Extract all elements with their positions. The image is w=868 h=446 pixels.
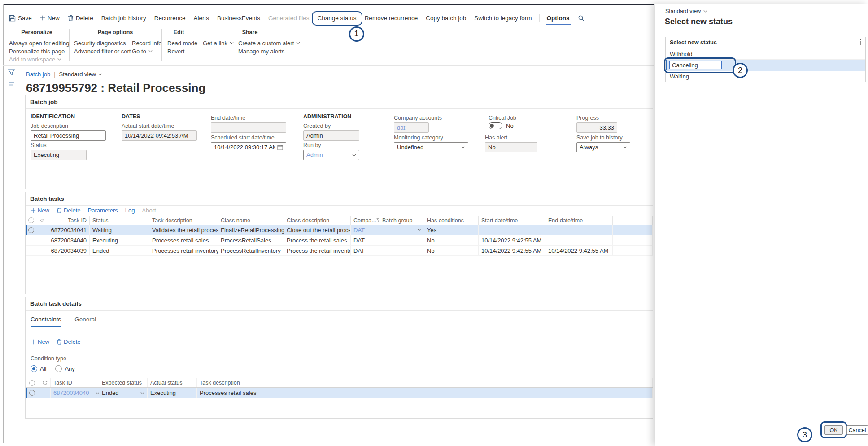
batch-task-details-section-header[interactable]: Batch task details [26, 297, 653, 311]
class-name-cell[interactable]: ProcessRetailInventory [218, 246, 284, 255]
created-by-field[interactable]: Admin [303, 130, 359, 141]
end-datetime-cell[interactable] [545, 235, 613, 245]
has-conditions-cell[interactable]: No [424, 246, 479, 255]
manage-my-alerts-button[interactable]: Manage my alerts [238, 48, 300, 55]
save-button[interactable]: Save [8, 15, 33, 22]
change-status-button[interactable]: Change status 1 [317, 15, 358, 22]
start-datetime-cell[interactable]: 10/14/2022 9:42:55 AM [479, 235, 545, 245]
table-row[interactable]: 68720034040 Executing Processes retail s… [26, 235, 653, 246]
save-job-to-history-select[interactable]: Always [576, 142, 630, 152]
column-header-start-datetime[interactable]: Start date/time [479, 216, 545, 225]
chevron-down-icon[interactable] [417, 229, 421, 231]
critical-job-toggle[interactable] [489, 122, 502, 129]
chevron-down-icon[interactable] [461, 146, 465, 149]
chevron-down-icon[interactable] [623, 146, 627, 149]
company-accounts-field[interactable]: dat [394, 122, 429, 133]
table-row[interactable]: 68720034041 Waiting Validates the retail… [26, 225, 653, 235]
status-cell[interactable]: Ended [90, 246, 149, 255]
security-diagnostics-button[interactable]: Security diagnostics [74, 39, 131, 47]
batch-group-cell[interactable] [379, 235, 424, 245]
options-tab[interactable]: Options [546, 15, 571, 22]
class-name-cell[interactable]: FinalizeRetailProcessing [218, 225, 284, 235]
task-description-cell[interactable]: Processes retail inventory [149, 246, 218, 255]
select-all-radio[interactable] [26, 216, 37, 225]
get-a-link-button[interactable]: Get a link [203, 39, 234, 47]
task-list-icon[interactable] [8, 82, 15, 89]
recurrence-button[interactable]: Recurrence [153, 15, 187, 22]
column-header-status[interactable]: Status [90, 216, 149, 225]
new-button[interactable]: New [39, 15, 61, 22]
tab-constraints[interactable]: Constraints [31, 316, 61, 327]
column-header-task-description[interactable]: Task description [197, 378, 653, 387]
status-option-canceling[interactable]: Canceling [666, 60, 865, 71]
has-conditions-cell[interactable]: No [424, 235, 479, 245]
column-header-expected-status[interactable]: Expected status [99, 378, 148, 387]
go-to-button[interactable]: Go to [132, 48, 161, 55]
task-id-cell[interactable]: 68720034039 [47, 246, 90, 255]
chevron-down-icon[interactable] [140, 392, 144, 394]
end-datetime-cell[interactable] [545, 225, 613, 235]
task-description-cell[interactable]: Processes retail sales [197, 388, 653, 398]
radio-all[interactable]: All [31, 365, 46, 372]
company-cell[interactable]: DAT [351, 246, 379, 255]
end-datetime-cell[interactable]: 10/14/2022 9:42:55 AM [545, 246, 613, 255]
batch-job-section-header[interactable]: Batch job [26, 95, 653, 109]
has-conditions-cell[interactable]: Yes [424, 225, 479, 235]
record-info-button[interactable]: Record info [132, 39, 161, 47]
class-description-cell[interactable]: Close out the retail proce... [284, 225, 351, 235]
column-header-task-id[interactable]: Task ID [47, 216, 90, 225]
task-id-cell[interactable]: 68720034041 [47, 225, 90, 235]
filter-icon[interactable] [8, 69, 15, 77]
column-header-has-conditions[interactable]: Has conditions [424, 216, 479, 225]
column-header-task-id[interactable]: Task ID [51, 378, 99, 387]
details-delete-button[interactable]: Delete [57, 338, 81, 345]
task-id-cell[interactable]: 68720034040 [51, 388, 99, 398]
job-description-input[interactable] [31, 130, 106, 141]
tasks-delete-button[interactable]: Delete [57, 207, 81, 214]
task-description-cell[interactable]: Validates the retail process [149, 225, 218, 235]
switch-to-legacy-form-button[interactable]: Switch to legacy form [473, 15, 532, 22]
column-header-end-datetime[interactable]: End date/time [545, 216, 613, 225]
tasks-new-button[interactable]: New [31, 207, 49, 214]
batch-tasks-section-header[interactable]: Batch tasks [26, 192, 653, 206]
remove-recurrence-button[interactable]: Remove recurrence [364, 15, 419, 22]
row-radio[interactable] [26, 388, 39, 398]
tasks-parameters-button[interactable]: Parameters [88, 207, 118, 214]
batch-job-history-button[interactable]: Batch job history [100, 15, 147, 22]
start-datetime-cell[interactable]: 10/14/2022 9:42:55 AM [479, 246, 545, 255]
task-description-cell[interactable]: Processes retail sales [149, 235, 218, 245]
monitoring-category-select[interactable]: Undefined [394, 142, 468, 152]
task-id-link[interactable]: 68720034040 [53, 390, 89, 396]
table-row[interactable]: 68720034040 Ended Executing Processes re… [26, 388, 653, 398]
row-radio[interactable] [26, 225, 37, 235]
scheduled-start-input[interactable] [211, 142, 286, 152]
run-by-combobox[interactable]: Admin [303, 150, 359, 160]
tasks-log-button[interactable]: Log [125, 207, 135, 214]
details-new-button[interactable]: New [31, 338, 49, 345]
status-cell[interactable]: Executing [90, 235, 149, 245]
status-option-withhold[interactable]: Withhold [666, 48, 865, 60]
column-header-batch-group[interactable]: Batch group [379, 216, 424, 225]
copy-batch-job-button[interactable]: Copy batch job [425, 15, 467, 22]
advanced-filter-or-sort-button[interactable]: Advanced filter or sort [74, 48, 131, 55]
column-header-class-description[interactable]: Class description [284, 216, 351, 225]
business-events-button[interactable]: BusinessEvents [216, 15, 261, 22]
company-cell[interactable]: DAT [351, 235, 379, 245]
cancel-button[interactable]: Cancel [846, 425, 868, 435]
expected-status-cell[interactable]: Ended [99, 388, 148, 398]
radio-any[interactable]: Any [55, 365, 74, 372]
batch-group-cell[interactable] [379, 225, 424, 235]
task-id-cell[interactable]: 68720034040 [47, 235, 90, 245]
more-options-icon[interactable] [860, 39, 861, 46]
column-header-task-description[interactable]: Task description [149, 216, 218, 225]
table-row[interactable]: 68720034039 Ended Processes retail inven… [26, 246, 653, 256]
column-header-class-name[interactable]: Class name [218, 216, 284, 225]
read-mode-button[interactable]: Read mode [167, 39, 197, 47]
calendar-icon[interactable] [277, 144, 283, 150]
status-option-waiting[interactable]: Waiting [666, 71, 865, 82]
always-open-for-editing-button[interactable]: Always open for editing [9, 39, 69, 47]
end-datetime-field[interactable] [211, 122, 286, 133]
status-field[interactable]: Executing [31, 150, 87, 160]
dialog-view-switcher[interactable]: Standard view [665, 8, 707, 14]
search-button[interactable] [577, 15, 585, 22]
